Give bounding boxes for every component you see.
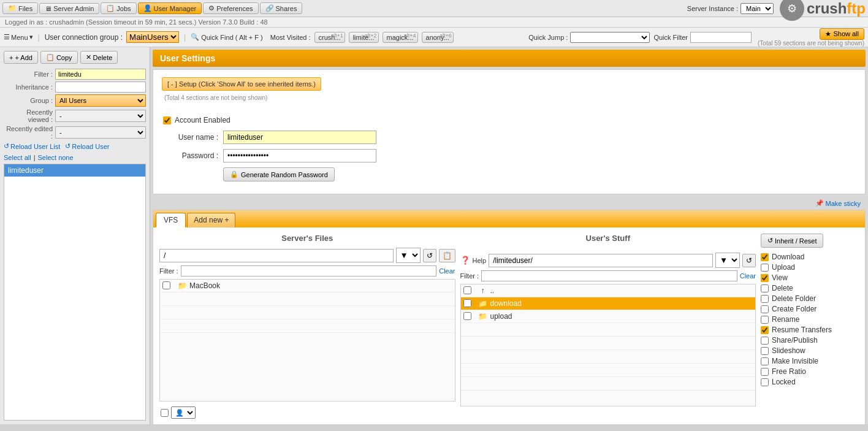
perm-create-folder-checkbox[interactable] (761, 305, 769, 313)
perm-view-checkbox[interactable] (761, 274, 769, 282)
make-sticky-label: Make sticky (826, 200, 861, 207)
download-name: download (490, 299, 753, 308)
visited-magick[interactable]: magick... alt+4 (383, 32, 418, 43)
user-manager-icon: 👤 (143, 4, 152, 12)
user-file-item-parent[interactable]: ↑ .. (461, 284, 756, 297)
server-clear-link[interactable]: Clear (439, 267, 455, 275)
generate-password-label: Generate Random Password (241, 171, 328, 178)
perm-resume-transfers-label: Resume Transfers (772, 326, 832, 334)
reload-user-button[interactable]: ↺ Reload User (65, 142, 109, 150)
preferences-icon: ⚙ (208, 4, 215, 12)
recently-edited-select[interactable]: - (55, 126, 146, 139)
setup-note: (Total 4 sections are not being shown) (158, 94, 860, 105)
download-checkbox[interactable] (463, 299, 471, 307)
user-path-input[interactable] (489, 254, 713, 267)
server-path-dropdown[interactable]: ▼ (396, 248, 421, 263)
recently-viewed-select[interactable]: - (55, 110, 146, 122)
perm-free-ratio-checkbox[interactable] (761, 368, 769, 376)
perm-locked-checkbox[interactable] (761, 378, 769, 386)
perm-slideshow-label: Slideshow (772, 346, 805, 355)
username-input[interactable] (223, 131, 376, 144)
server-info-button[interactable]: 📋 (439, 249, 455, 262)
perm-share-publish-label: Share/Publish (772, 336, 818, 345)
generate-password-row: 🔒 Generate Random Password (163, 167, 855, 181)
menu-button[interactable]: ☰ Menu ▾ (4, 33, 33, 41)
select-none-link[interactable]: Select none (38, 154, 74, 161)
users-stuff-panel: User's Stuff ❓ Help ▼ ↺ Filter : Clear (460, 234, 756, 421)
reload-user-list-button[interactable]: ↺ Reload User List (4, 142, 60, 150)
quick-filter-input[interactable] (690, 32, 752, 43)
visited-anony[interactable]: anony... alt+6 (422, 32, 454, 43)
upload-checkbox[interactable] (463, 312, 471, 320)
copy-user-button[interactable]: 📋 Copy (40, 51, 78, 64)
inherit-reset-button[interactable]: ↺ Inherit / Reset (761, 234, 823, 248)
server-filter-input[interactable] (181, 265, 437, 277)
generate-password-button[interactable]: 🔒 Generate Random Password (223, 167, 335, 181)
recently-edited-row: Recently edited : - (4, 125, 146, 140)
account-enabled-checkbox[interactable] (163, 116, 171, 124)
user-clear-link[interactable]: Clear (740, 272, 756, 280)
perm-share-publish-checkbox[interactable] (761, 337, 769, 345)
visited-limite[interactable]: limite... alt+2 (349, 32, 379, 43)
perm-download-checkbox[interactable] (761, 253, 769, 261)
user-refresh-button[interactable]: ↺ (742, 254, 756, 267)
server-file-checkbox (162, 281, 175, 291)
server-instance-area: Server Instance : Main (687, 3, 774, 14)
perm-delete-checkbox[interactable] (761, 284, 769, 292)
perm-slideshow-checkbox[interactable] (761, 347, 769, 355)
perm-download-label: Download (772, 253, 804, 261)
group-row: Group : All Users (4, 94, 146, 107)
perm-view: View (761, 273, 859, 282)
nav-jobs[interactable]: 📋 Jobs (101, 2, 136, 14)
user-empty-4 (461, 364, 756, 377)
server-file-item-macbook[interactable]: 📁 MacBook (160, 280, 455, 292)
filter-input[interactable] (55, 69, 146, 80)
user-file-item-download[interactable]: 📁 download (461, 297, 756, 310)
delete-user-button[interactable]: ✕ Delete (80, 51, 118, 64)
perm-upload-checkbox[interactable] (761, 264, 769, 272)
jobs-icon: 📋 (106, 4, 115, 12)
user-filter-input[interactable] (481, 270, 737, 281)
add-user-button[interactable]: + + Add (4, 51, 38, 64)
nav-preferences[interactable]: ⚙ Preferences (203, 2, 258, 14)
username-row: User name : (163, 131, 855, 144)
macbook-checkbox[interactable] (162, 281, 170, 289)
tab-vfs[interactable]: VFS (156, 213, 186, 227)
perm-delete-folder-checkbox[interactable] (761, 295, 769, 303)
perm-resume-transfers-checkbox[interactable] (761, 326, 769, 334)
user-path-dropdown[interactable]: ▼ (715, 253, 740, 268)
user-item-limiteduser[interactable]: limiteduser (4, 164, 145, 177)
server-instance-select[interactable]: Main (740, 3, 774, 14)
nav-server-admin[interactable]: 🖥 Server Admin (39, 3, 99, 14)
perm-rename-checkbox[interactable] (761, 316, 769, 324)
inheritance-input[interactable] (55, 82, 146, 93)
username-label: User name : (163, 133, 218, 142)
perm-share-publish: Share/Publish (761, 336, 859, 345)
select-all-link[interactable]: Select all (4, 154, 31, 161)
server-path-row: ▼ ↺ 📋 (159, 248, 455, 263)
server-bottom-select[interactable]: 👤 (171, 406, 196, 419)
parent-checkbox[interactable] (463, 286, 471, 294)
quick-jump-select[interactable] (570, 32, 650, 43)
visited-crush[interactable]: crush... alt+1 (314, 32, 345, 43)
inheritance-row: Inheritance : (4, 82, 146, 93)
make-sticky-link[interactable]: 📌 Make sticky (815, 199, 861, 207)
user-file-item-upload[interactable]: 📁 upload (461, 310, 756, 323)
setup-header-button[interactable]: [ - ] Setup (Click 'Show All' to see inh… (162, 77, 321, 91)
server-path-input[interactable] (159, 249, 394, 262)
show-all-button[interactable]: ★ Show all (820, 28, 864, 40)
server-bottom-checkbox[interactable] (161, 409, 169, 417)
nav-user-manager[interactable]: 👤 User Manager (138, 2, 202, 14)
account-enabled-label: Account Enabled (175, 116, 230, 124)
delete-label: Delete (93, 54, 113, 61)
server-refresh-button[interactable]: ↺ (423, 249, 436, 262)
perm-make-invisible-checkbox[interactable] (761, 357, 769, 365)
nav-shares[interactable]: 🔗 Shares (260, 2, 303, 14)
group-select[interactable]: All Users (55, 94, 146, 107)
password-input[interactable] (223, 149, 376, 162)
nav-files[interactable]: 📁 Files (2, 2, 38, 14)
users-stuff-title: User's Stuff (460, 234, 756, 243)
sidebar-links: Select all | Select none (4, 154, 146, 161)
user-connection-group-select[interactable]: MainUsers (126, 31, 179, 43)
tab-add-new[interactable]: Add new + (187, 213, 235, 227)
